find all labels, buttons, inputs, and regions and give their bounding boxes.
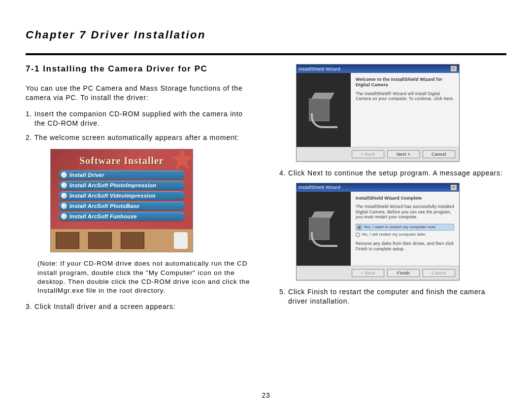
step-2: 2. The welcome screen automatically appe… bbox=[26, 133, 256, 142]
radio-restart-now: Yes, I want to restart my computer now. bbox=[356, 224, 454, 231]
page-number: 23 bbox=[0, 391, 532, 399]
installer-item: Install ArcSoft PhotoImpression bbox=[59, 181, 185, 190]
wizard-titlebar: InstallShield Wizard × bbox=[297, 183, 459, 192]
thumb-icon bbox=[121, 232, 144, 249]
cancel-button: Cancel bbox=[423, 150, 455, 158]
installer-title: Software Installer bbox=[54, 155, 190, 167]
wizard-body-text-2: Remove any disks from their drives, and … bbox=[356, 241, 454, 251]
exit-icon bbox=[174, 232, 188, 249]
install-wizard-complete: InstallShield Wizard × InstallShield Wiz… bbox=[296, 183, 460, 280]
next-button: Next > bbox=[387, 150, 420, 158]
wizard-body-text: The InstallShield Wizard has successfull… bbox=[356, 204, 454, 220]
installer-item: Install ArcSoft Funhouse bbox=[59, 212, 185, 221]
step-5: 5. Click Finish to restart the computer … bbox=[279, 287, 506, 306]
back-button: < Back bbox=[352, 150, 384, 158]
wizard-title: InstallShield Wizard bbox=[299, 67, 340, 71]
close-icon: × bbox=[450, 66, 457, 72]
thumb-icon bbox=[56, 232, 79, 249]
software-installer-screenshot: Software Installer Install Driver Instal… bbox=[50, 149, 193, 252]
step-1: 1. Insert the companion CD-ROM supplied … bbox=[26, 109, 256, 128]
left-column: 7-1 Installing the Camera Driver for PC … bbox=[26, 64, 256, 316]
note-text: (Note: If your CD-ROM drive does not aut… bbox=[37, 259, 256, 295]
wizard-graphic bbox=[297, 73, 351, 147]
radio-dot-icon bbox=[357, 225, 362, 230]
wizard-graphic bbox=[297, 192, 351, 266]
radio-restart-later: No, I will restart my computer later. bbox=[356, 232, 454, 237]
cancel-button: Cancel bbox=[423, 269, 455, 277]
chapter-title: Chapter 7 Driver Installation bbox=[26, 29, 506, 44]
installer-item: Install Driver bbox=[59, 171, 185, 179]
thumb-icon bbox=[88, 232, 112, 249]
wizard-body-text: The InstallShield® Wizard will install D… bbox=[356, 91, 454, 102]
radio-label: No, I will restart my computer later. bbox=[362, 232, 427, 237]
divider bbox=[26, 53, 506, 55]
step-4: 4. Click Next to continue the setup prog… bbox=[279, 169, 506, 178]
wizard-title: InstallShield Wizard bbox=[299, 185, 340, 190]
right-column: InstallShield Wizard × Welcome to the In… bbox=[276, 64, 506, 316]
wizard-titlebar: InstallShield Wizard × bbox=[297, 65, 459, 73]
radio-dot-icon bbox=[356, 233, 360, 237]
wizard-heading: Welcome to the InstallShield Wizard for … bbox=[356, 77, 454, 88]
installer-bottom bbox=[51, 229, 193, 252]
radio-label: Yes, I want to restart my computer now. bbox=[364, 225, 436, 230]
install-wizard-welcome: InstallShield Wizard × Welcome to the In… bbox=[296, 64, 460, 162]
installer-item: Install ArcSoft PhotoBase bbox=[59, 202, 185, 210]
section-title: 7-1 Installing the Camera Driver for PC bbox=[26, 64, 256, 74]
step-3: 3. Click Install driver and a screen app… bbox=[26, 302, 256, 311]
intro-text: You can use the PC Camera and Mass Stora… bbox=[26, 84, 256, 103]
back-button: < Back bbox=[352, 269, 384, 277]
close-icon: × bbox=[450, 184, 457, 191]
wizard-heading: InstallShield Wizard Complete bbox=[356, 196, 454, 201]
installer-item: Install ArcSoft VideoImpression bbox=[59, 191, 185, 200]
finish-button: Finish bbox=[387, 269, 420, 277]
